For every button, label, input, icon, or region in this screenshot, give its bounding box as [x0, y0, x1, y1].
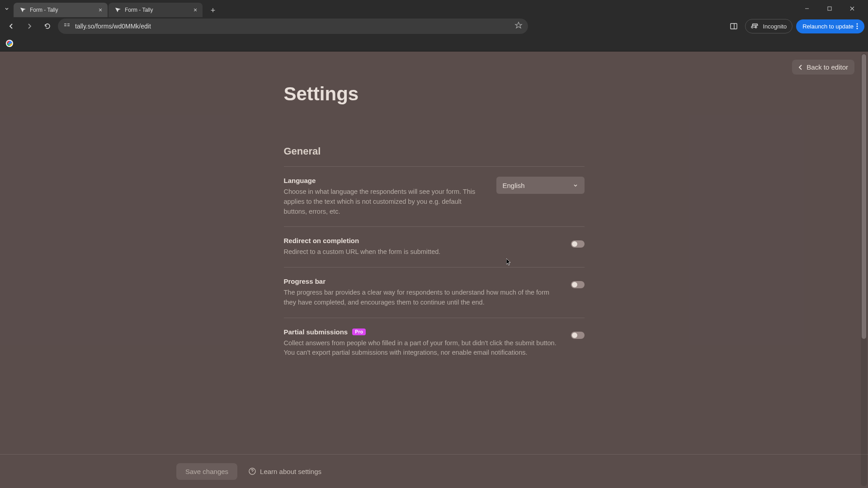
- setting-progress-bar: Progress bar The progress bar provides a…: [284, 267, 585, 318]
- scrollbar-track[interactable]: [861, 53, 867, 486]
- tab-close-button[interactable]: ×: [192, 6, 199, 14]
- svg-rect-5: [67, 25, 70, 26]
- tab-close-button[interactable]: ×: [97, 6, 104, 14]
- language-label: Language: [284, 177, 483, 184]
- incognito-icon: [751, 22, 759, 30]
- tab-title: Form - Tally: [30, 7, 93, 13]
- browser-toolbar: tally.so/forms/wd0MMk/edit Incognito Rel…: [0, 17, 868, 35]
- relaunch-button[interactable]: Relaunch to update: [796, 19, 864, 33]
- learn-about-settings-link[interactable]: Learn about settings: [248, 467, 321, 475]
- toggle-knob: [572, 282, 577, 287]
- close-window-button[interactable]: [843, 2, 861, 15]
- save-label: Save changes: [185, 468, 228, 475]
- progress-toggle[interactable]: [571, 281, 585, 288]
- setting-partial-submissions: Partial submissions Pro Collect answers …: [284, 318, 585, 368]
- language-value: English: [503, 182, 525, 189]
- svg-rect-3: [64, 25, 66, 26]
- partial-description: Collect answers from people who filled i…: [284, 338, 557, 358]
- svg-rect-4: [67, 23, 70, 24]
- language-description: Choose in what language the respondents …: [284, 187, 483, 216]
- chevron-down-icon: [573, 183, 578, 188]
- page-title: Settings: [284, 83, 585, 105]
- tally-favicon-icon: [19, 6, 26, 14]
- svg-rect-1: [828, 7, 831, 10]
- tab-title: Form - Tally: [125, 7, 188, 13]
- redirect-label: Redirect on completion: [284, 237, 557, 244]
- tab-search-dropdown[interactable]: [0, 0, 14, 17]
- learn-label: Learn about settings: [260, 468, 321, 475]
- progress-description: The progress bar provides a clear way fo…: [284, 288, 557, 308]
- google-bookmark[interactable]: [5, 39, 14, 47]
- browser-tab-1[interactable]: Form - Tally ×: [14, 3, 108, 17]
- incognito-label: Incognito: [763, 23, 787, 30]
- browser-tab-strip: Form - Tally × Form - Tally × +: [0, 0, 868, 17]
- bookmark-star-icon[interactable]: [514, 21, 523, 31]
- incognito-indicator[interactable]: Incognito: [745, 19, 793, 33]
- redirect-toggle[interactable]: [571, 240, 585, 248]
- section-general-title: General: [284, 145, 585, 157]
- scrollbar-thumb[interactable]: [862, 54, 866, 339]
- language-select[interactable]: English: [496, 177, 585, 194]
- site-info-icon[interactable]: [63, 22, 71, 31]
- bookmarks-bar: [0, 35, 868, 52]
- svg-rect-6: [731, 23, 737, 29]
- pro-badge: Pro: [352, 328, 366, 335]
- url-text: tally.so/forms/wd0MMk/edit: [75, 23, 510, 30]
- chevron-left-icon: [798, 64, 803, 70]
- side-panel-button[interactable]: [726, 19, 741, 34]
- forward-button[interactable]: [22, 19, 37, 34]
- toggle-knob: [572, 241, 577, 247]
- help-icon: [248, 467, 256, 475]
- browser-tab-2[interactable]: Form - Tally ×: [108, 3, 203, 17]
- footer-bar: Save changes Learn about settings: [0, 454, 868, 488]
- page-viewport: Back to editor Settings General Language…: [0, 52, 868, 488]
- progress-label: Progress bar: [284, 277, 557, 285]
- svg-point-10: [857, 28, 858, 29]
- back-to-editor-button[interactable]: Back to editor: [792, 60, 854, 75]
- relaunch-label: Relaunch to update: [802, 23, 854, 30]
- window-controls: [798, 2, 868, 15]
- svg-rect-2: [64, 23, 66, 24]
- minimize-button[interactable]: [798, 2, 816, 15]
- new-tab-button[interactable]: +: [206, 4, 220, 17]
- setting-redirect: Redirect on completion Redirect to a cus…: [284, 226, 585, 267]
- partial-label: Partial submissions: [284, 328, 348, 336]
- toggle-knob: [572, 333, 577, 338]
- svg-point-8: [857, 23, 858, 25]
- back-button[interactable]: [4, 19, 19, 34]
- svg-point-9: [857, 26, 858, 27]
- save-changes-button[interactable]: Save changes: [176, 463, 237, 480]
- setting-language: Language Choose in what language the res…: [284, 166, 585, 226]
- redirect-description: Redirect to a custom URL when the form i…: [284, 247, 557, 257]
- tally-favicon-icon: [114, 6, 121, 14]
- back-to-editor-label: Back to editor: [807, 63, 848, 71]
- reload-button[interactable]: [40, 19, 55, 34]
- address-bar[interactable]: tally.so/forms/wd0MMk/edit: [58, 19, 528, 34]
- maximize-button[interactable]: [821, 2, 839, 15]
- partial-toggle[interactable]: [571, 332, 585, 339]
- more-menu-icon: [856, 23, 858, 29]
